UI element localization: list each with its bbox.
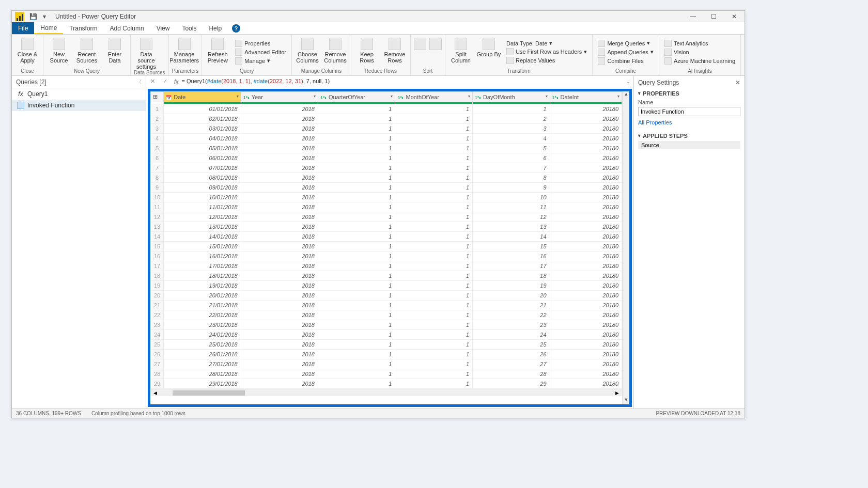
table-row[interactable]: 909/01/2018201811920180: [151, 183, 622, 193]
keep-rows-button[interactable]: Keep Rows: [354, 36, 379, 68]
tab-transform[interactable]: Transform: [63, 22, 103, 34]
append-queries-button[interactable]: Append Queries ▾: [596, 48, 656, 56]
refresh-preview-button[interactable]: Refresh Preview: [205, 36, 230, 68]
table-row[interactable]: 1212/01/20182018111220180: [151, 212, 622, 222]
collapse-queries-icon[interactable]: 〈: [136, 78, 142, 86]
vision-button[interactable]: Vision: [662, 48, 737, 56]
filter-dropdown-icon[interactable]: ▾: [314, 94, 316, 99]
col-date[interactable]: 📅Date▾: [164, 92, 241, 102]
text-analytics-button[interactable]: Text Analytics: [662, 39, 737, 48]
choose-columns-button[interactable]: Choose Columns: [295, 36, 320, 68]
col-month[interactable]: 1²₃MonthOfYear▾: [395, 92, 473, 102]
tab-view[interactable]: View: [150, 22, 176, 34]
step-source[interactable]: Source: [638, 141, 740, 149]
vertical-scrollbar[interactable]: ▲▼: [622, 91, 629, 404]
query-item-invoked-function[interactable]: Invoked Function: [12, 100, 146, 111]
filter-dropdown-icon[interactable]: ▾: [391, 94, 393, 99]
close-window-button[interactable]: ✕: [724, 11, 745, 22]
data-type-button[interactable]: Data Type: Date ▾: [504, 39, 589, 47]
replace-values-button[interactable]: Replace Values: [504, 56, 589, 65]
tab-home[interactable]: Home: [34, 22, 63, 34]
formula-cancel-icon[interactable]: ✕: [146, 78, 159, 85]
formula-commit-icon[interactable]: ✓: [159, 78, 171, 85]
first-row-headers-button[interactable]: Use First Row as Headers ▾: [504, 48, 589, 56]
table-row[interactable]: 2626/01/20182018112620180: [151, 350, 622, 359]
recent-sources-button[interactable]: Recent Sources: [74, 36, 99, 68]
query-item-query1[interactable]: fxQuery1: [12, 88, 146, 100]
table-row[interactable]: 1919/01/20182018111920180: [151, 281, 622, 291]
table-row[interactable]: 1818/01/20182018111820180: [151, 271, 622, 281]
filter-dropdown-icon[interactable]: ▾: [617, 94, 619, 99]
table-row[interactable]: 1616/01/20182018111620180: [151, 251, 622, 261]
table-row[interactable]: 1414/01/20182018111420180: [151, 232, 622, 242]
filter-dropdown-icon[interactable]: ▾: [546, 94, 548, 99]
properties-button[interactable]: Properties: [233, 39, 288, 48]
manage-query-button[interactable]: Manage ▾: [233, 57, 288, 65]
new-source-button[interactable]: New Source: [47, 36, 71, 68]
applied-steps-section[interactable]: APPLIED STEPS: [638, 133, 740, 139]
tab-add-column[interactable]: Add Column: [104, 22, 150, 34]
combine-files-button[interactable]: Combine Files: [596, 57, 656, 65]
table-row[interactable]: 2828/01/20182018112820180: [151, 369, 622, 379]
data-source-settings-button[interactable]: Data source settings: [134, 36, 159, 70]
formula-text[interactable]: = Query1(#date(2018, 1, 1), #date(2022, …: [182, 78, 330, 85]
table-row[interactable]: 1515/01/20182018111520180: [151, 242, 622, 251]
table-row[interactable]: 2323/01/20182018112320180: [151, 320, 622, 330]
sort-asc-button[interactable]: [414, 36, 426, 68]
properties-section[interactable]: PROPERTIES: [638, 90, 740, 97]
table-row[interactable]: 1010/01/20182018111020180: [151, 193, 622, 202]
table-row[interactable]: 2222/01/20182018112220180: [151, 310, 622, 320]
filter-dropdown-icon[interactable]: ▾: [237, 94, 239, 99]
manage-parameters-button[interactable]: Manage Parameters: [172, 36, 197, 68]
table-row[interactable]: 606/01/2018201811620180: [151, 153, 622, 163]
remove-columns-button[interactable]: Remove Columns: [323, 36, 348, 68]
remove-rows-button[interactable]: Remove Rows: [382, 36, 407, 68]
table-row[interactable]: 1313/01/20182018111320180: [151, 222, 622, 232]
data-grid[interactable]: ⊞ 📅Date▾ 1²₃Year▾ 1²₃QuarterOfYear▾ 1²₃M…: [150, 91, 622, 404]
qat-save-icon[interactable]: 💾: [27, 11, 39, 22]
maximize-button[interactable]: ☐: [703, 11, 724, 22]
table-row[interactable]: 2424/01/20182018112420180: [151, 330, 622, 340]
qat-dropdown-icon[interactable]: ▾: [39, 11, 50, 22]
table-row[interactable]: 2525/01/20182018112520180: [151, 340, 622, 350]
table-row[interactable]: 707/01/2018201811720180: [151, 163, 622, 173]
table-row[interactable]: 404/01/2018201811420180: [151, 134, 622, 144]
table-row[interactable]: 1111/01/20182018111120180: [151, 202, 622, 212]
all-properties-link[interactable]: All Properties: [638, 119, 740, 125]
horizontal-scrollbar[interactable]: ◀▶: [150, 389, 622, 396]
table-row[interactable]: 1717/01/20182018111720180: [151, 261, 622, 271]
col-day[interactable]: 1²₃DayOfMonth▾: [473, 92, 550, 102]
advanced-editor-button[interactable]: Advanced Editor: [233, 48, 288, 56]
azure-ml-button[interactable]: Azure Machine Learning: [662, 57, 737, 65]
table-row[interactable]: 808/01/2018201811820180: [151, 173, 622, 183]
group-by-button[interactable]: Group By: [476, 36, 501, 68]
split-column-button[interactable]: Split Column: [448, 36, 473, 68]
formula-expand-icon[interactable]: ⌄: [626, 78, 630, 84]
help-icon[interactable]: ?: [232, 24, 240, 33]
enter-data-button[interactable]: Enter Data: [102, 36, 127, 68]
table-row[interactable]: 2929/01/20182018112920180: [151, 379, 622, 389]
tab-file[interactable]: File: [12, 22, 34, 34]
table-row[interactable]: 202/01/2018201811220180: [151, 114, 622, 124]
table-row[interactable]: 2020/01/20182018112020180: [151, 291, 622, 301]
minimize-button[interactable]: —: [683, 11, 703, 22]
table-row[interactable]: 101/01/2018201811120180: [151, 104, 622, 114]
col-year[interactable]: 1²₃Year▾: [241, 92, 318, 102]
filter-dropdown-icon[interactable]: ▾: [468, 94, 470, 99]
close-apply-button[interactable]: Close & Apply: [15, 36, 40, 68]
tab-tools[interactable]: Tools: [176, 22, 203, 34]
queries-header[interactable]: Queries [2]〈: [12, 76, 146, 88]
table-row[interactable]: 303/01/2018201811320180: [151, 124, 622, 134]
query-name-input[interactable]: [638, 107, 740, 116]
table-row[interactable]: 2727/01/20182018112720180: [151, 359, 622, 369]
col-quarter[interactable]: 1²₃QuarterOfYear▾: [318, 92, 395, 102]
table-row[interactable]: 505/01/2018201811520180: [151, 144, 622, 153]
table-row[interactable]: 2121/01/20182018112120180: [151, 301, 622, 310]
header-row: ⊞ 📅Date▾ 1²₃Year▾ 1²₃QuarterOfYear▾ 1²₃M…: [151, 92, 622, 102]
close-settings-icon[interactable]: ✕: [735, 79, 740, 86]
merge-queries-button[interactable]: Merge Queries ▾: [596, 39, 656, 48]
sort-desc-button[interactable]: [429, 36, 442, 68]
tab-help[interactable]: Help: [203, 22, 228, 34]
row-index-header[interactable]: ⊞: [151, 92, 164, 102]
col-dateint[interactable]: 1²₃DateInt▾: [550, 92, 622, 102]
